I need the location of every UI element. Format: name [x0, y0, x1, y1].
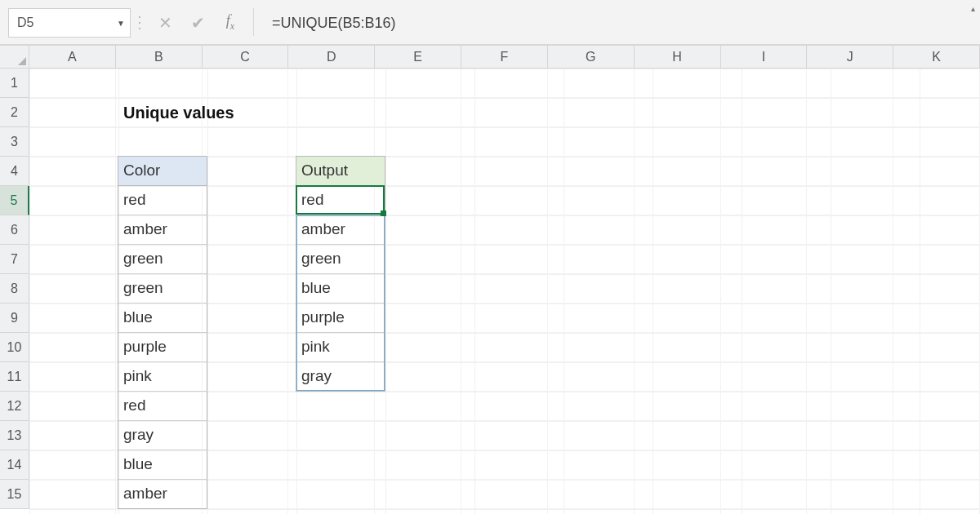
color-cell[interactable]: green [118, 277, 203, 299]
output-header-label: Output [296, 160, 353, 182]
output-cell[interactable]: gray [296, 366, 381, 388]
color-cell[interactable]: blue [118, 307, 203, 329]
color-cell[interactable]: pink [118, 366, 203, 388]
row-header-5[interactable]: 5 [0, 186, 29, 215]
output-cell[interactable]: purple [296, 307, 381, 329]
color-cell[interactable]: gray [118, 424, 203, 446]
row-header-1[interactable]: 1 [0, 69, 29, 98]
column-headers: ABCDEFGHIJK [29, 46, 980, 69]
row-header-7[interactable]: 7 [0, 245, 29, 274]
name-box-value: D5 [17, 16, 33, 30]
enter-icon[interactable]: ✔ [181, 8, 214, 38]
output-cell[interactable]: pink [296, 336, 381, 358]
color-cell[interactable]: purple [118, 336, 203, 358]
output-cell[interactable]: red [296, 189, 381, 211]
row-header-9[interactable]: 9 [0, 304, 29, 333]
column-header-I[interactable]: I [721, 46, 808, 69]
color-cell[interactable]: amber [118, 483, 203, 505]
row-header-13[interactable]: 13 [0, 421, 29, 450]
color-cell[interactable]: red [118, 189, 203, 211]
name-box[interactable]: D5 ▼ [8, 8, 131, 38]
row-header-12[interactable]: 12 [0, 392, 29, 421]
spreadsheet-grid[interactable]: ABCDEFGHIJK 123456789101112131415 Unique… [0, 46, 980, 514]
color-cell[interactable]: red [118, 395, 203, 417]
output-cell[interactable]: green [296, 248, 381, 270]
row-header-2[interactable]: 2 [0, 98, 29, 127]
column-header-J[interactable]: J [807, 46, 893, 69]
row-header-11[interactable]: 11 [0, 362, 29, 392]
column-header-E[interactable]: E [375, 46, 461, 69]
column-header-G[interactable]: G [548, 46, 635, 69]
cancel-icon[interactable]: ✕ [149, 8, 181, 38]
scroll-up-button[interactable]: ▴ [965, 0, 980, 16]
column-header-A[interactable]: A [29, 46, 116, 69]
fx-icon[interactable]: fx [214, 8, 247, 36]
column-header-B[interactable]: B [116, 46, 203, 69]
row-header-3[interactable]: 3 [0, 127, 29, 157]
output-cell[interactable]: amber [296, 219, 381, 241]
formula-text: =UNIQUE(B5:B16) [272, 15, 396, 32]
divider [253, 8, 254, 36]
row-header-15[interactable]: 15 [0, 480, 29, 509]
column-header-H[interactable]: H [635, 46, 721, 69]
row-header-4[interactable]: 4 [0, 157, 29, 186]
color-cell[interactable]: blue [118, 454, 203, 476]
row-header-10[interactable]: 10 [0, 333, 29, 362]
spill-range-outline [296, 215, 385, 391]
output-cell[interactable]: blue [296, 277, 381, 299]
color-cell[interactable]: green [118, 248, 203, 270]
divider: ⋮ [131, 8, 149, 36]
formula-bar: D5 ▼ ⋮ ✕ ✔ fx =UNIQUE(B5:B16) [0, 0, 980, 46]
column-header-F[interactable]: F [461, 46, 548, 69]
page-title: Unique values [118, 101, 239, 124]
chevron-down-icon[interactable]: ▼ [117, 19, 125, 28]
color-cell[interactable]: amber [118, 219, 203, 241]
column-header-C[interactable]: C [203, 46, 289, 69]
column-header-D[interactable]: D [288, 46, 375, 69]
column-header-K[interactable]: K [893, 46, 980, 69]
row-header-8[interactable]: 8 [0, 274, 29, 304]
row-headers: 123456789101112131415 [0, 69, 29, 514]
formula-input[interactable]: =UNIQUE(B5:B16) [261, 8, 975, 38]
row-header-6[interactable]: 6 [0, 215, 29, 245]
row-header-14[interactable]: 14 [0, 450, 29, 480]
select-all-corner[interactable] [0, 46, 29, 69]
color-header-label: Color [118, 160, 165, 182]
